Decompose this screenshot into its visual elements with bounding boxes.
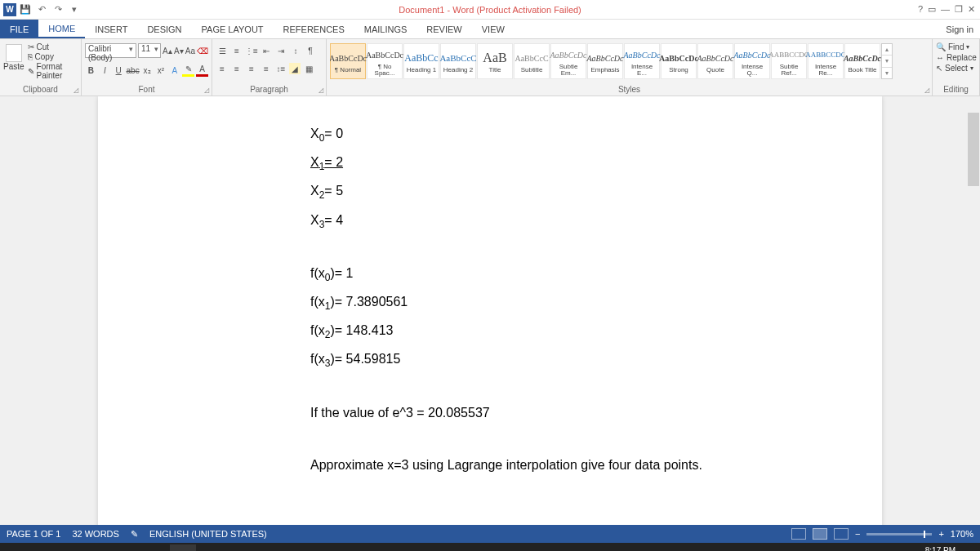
- undo-icon[interactable]: ↶: [34, 2, 49, 17]
- borders-button[interactable]: ▦: [302, 62, 315, 75]
- tab-mailings[interactable]: MAILINGS: [354, 20, 417, 38]
- chrome-icon[interactable]: ●: [59, 544, 85, 551]
- font-name-select[interactable]: Calibri (Body): [85, 43, 136, 58]
- zoom-in-button[interactable]: +: [938, 529, 943, 539]
- print-layout-button[interactable]: [813, 528, 827, 540]
- web-layout-button[interactable]: [834, 528, 849, 540]
- style-subtle-em-[interactable]: AaBbCcDcSubtle Em...: [550, 43, 586, 79]
- italic-button[interactable]: I: [99, 64, 111, 77]
- increase-indent-button[interactable]: ⇥: [274, 44, 287, 57]
- ribbon-display-icon[interactable]: ▭: [928, 4, 936, 15]
- font-color-button[interactable]: A: [196, 64, 208, 77]
- tab-file[interactable]: FILE: [0, 20, 38, 38]
- style-intense-q-[interactable]: AaBbCcDcIntense Q...: [734, 43, 770, 79]
- tab-design[interactable]: DESIGN: [137, 20, 191, 38]
- tab-page-layout[interactable]: PAGE LAYOUT: [192, 20, 274, 38]
- word-taskbar-icon[interactable]: W: [170, 544, 196, 551]
- style-heading-2[interactable]: AaBbCcCHeading 2: [440, 43, 476, 79]
- style-quote[interactable]: AaBbCcDcQuote: [697, 43, 733, 79]
- vertical-scrollbar[interactable]: [967, 96, 980, 525]
- tab-review[interactable]: REVIEW: [416, 20, 471, 38]
- bullets-button[interactable]: ☰: [216, 44, 229, 57]
- scrollbar-thumb[interactable]: [968, 113, 979, 186]
- clock[interactable]: 8:17 PM 11/22/2022: [915, 546, 956, 551]
- qat-customize-icon[interactable]: ▾: [67, 2, 82, 17]
- style-emphasis[interactable]: AaBbCcDcEmphasis: [587, 43, 623, 79]
- page[interactable]: X0= 0X1= 2X2= 5X3= 4f(x0)= 1f(x1)= 7.389…: [98, 96, 882, 525]
- line-spacing-button[interactable]: ↕≡: [274, 62, 287, 75]
- app-icon-2[interactable]: ◉: [114, 544, 140, 551]
- bold-button[interactable]: B: [85, 64, 97, 77]
- zoom-out-button[interactable]: −: [855, 529, 860, 539]
- paste-button[interactable]: Paste: [3, 41, 24, 85]
- style-heading-1[interactable]: AaBbCcHeading 1: [403, 43, 439, 79]
- format-painter-button[interactable]: ✎Format Painter: [28, 62, 78, 80]
- text-effects-button[interactable]: A: [168, 64, 180, 77]
- group-label-font: Font: [82, 85, 212, 94]
- maximize-icon[interactable]: ❐: [955, 4, 963, 15]
- language-indicator[interactable]: ENGLISH (UNITED STATES): [149, 529, 267, 539]
- highlight-button[interactable]: ✎: [182, 64, 194, 77]
- grow-font-button[interactable]: A▴: [163, 44, 172, 57]
- app-icon-1[interactable]: ◉: [87, 544, 113, 551]
- minimize-icon[interactable]: —: [941, 4, 950, 15]
- font-size-select[interactable]: 11: [138, 43, 161, 58]
- styles-gallery[interactable]: AaBbCcDc¶ NormalAaBbCcDc¶ No Spac...AaBb…: [330, 41, 929, 82]
- sort-button[interactable]: ↕: [289, 44, 302, 57]
- select-button[interactable]: ↖Select▾: [936, 64, 976, 73]
- copy-button[interactable]: ⎘Copy: [28, 52, 78, 61]
- zoom-level[interactable]: 170%: [951, 529, 973, 539]
- style-subtle-ref-[interactable]: AABBCCDCSubtle Ref...: [771, 43, 807, 79]
- tab-references[interactable]: REFERENCES: [274, 20, 354, 38]
- style-title[interactable]: AaBTitle: [477, 43, 513, 79]
- align-left-button[interactable]: ≡: [216, 62, 229, 75]
- numbering-button[interactable]: ≡: [230, 44, 243, 57]
- tab-view[interactable]: VIEW: [472, 20, 514, 38]
- help-icon[interactable]: ?: [918, 4, 923, 15]
- sign-in-link[interactable]: Sign in: [939, 20, 980, 38]
- find-button[interactable]: 🔍Find▾: [936, 42, 976, 51]
- style-intense-re-[interactable]: AABBCCDCIntense Re...: [808, 43, 844, 79]
- styles-launcher-icon[interactable]: ◿: [924, 87, 929, 94]
- tab-home[interactable]: HOME: [38, 20, 85, 38]
- style--normal[interactable]: AaBbCcDc¶ Normal: [330, 43, 366, 79]
- tab-insert[interactable]: INSERT: [85, 20, 137, 38]
- strikethrough-button[interactable]: abc: [127, 64, 140, 77]
- start-button[interactable]: ⊞: [3, 544, 29, 551]
- replace-button[interactable]: ↔Replace: [936, 53, 976, 62]
- spell-check-icon[interactable]: ✎: [131, 529, 138, 540]
- clipboard-launcher-icon[interactable]: ◿: [74, 87, 78, 94]
- app-icon-3[interactable]: ◉: [142, 544, 168, 551]
- subscript-button[interactable]: x₂: [141, 64, 154, 77]
- style-subtitle[interactable]: AaBbCcCSubtitle: [514, 43, 550, 79]
- zoom-slider[interactable]: [866, 533, 932, 535]
- style-strong[interactable]: AaBbCcDcStrong: [661, 43, 697, 79]
- superscript-button[interactable]: x²: [155, 64, 167, 77]
- justify-button[interactable]: ≡: [260, 62, 273, 75]
- style-intense-e-[interactable]: AaBbCcDcIntense E...: [624, 43, 660, 79]
- underline-button[interactable]: U: [113, 64, 125, 77]
- page-indicator[interactable]: PAGE 1 OF 1: [7, 529, 60, 539]
- style-book-title[interactable]: AaBbCcDcBook Title: [844, 43, 880, 79]
- align-right-button[interactable]: ≡: [245, 62, 258, 75]
- document-content[interactable]: X0= 0X1= 2X2= 5X3= 4f(x0)= 1f(x1)= 7.389…: [98, 96, 882, 478]
- font-launcher-icon[interactable]: ◿: [204, 87, 209, 94]
- shading-button[interactable]: ◢: [289, 63, 301, 74]
- close-icon[interactable]: ✕: [968, 4, 975, 15]
- save-icon[interactable]: 💾: [18, 2, 33, 17]
- task-view-button[interactable]: ⧉: [31, 544, 57, 551]
- read-mode-button[interactable]: [791, 528, 806, 540]
- redo-icon[interactable]: ↷: [51, 2, 65, 17]
- align-center-button[interactable]: ≡: [230, 62, 243, 75]
- clear-formatting-button[interactable]: ⌫: [197, 44, 208, 57]
- word-count[interactable]: 32 WORDS: [72, 529, 118, 539]
- shrink-font-button[interactable]: A▾: [174, 44, 184, 57]
- styles-gallery-arrows[interactable]: ▴▾▾: [881, 43, 893, 79]
- show-marks-button[interactable]: ¶: [304, 44, 317, 57]
- style--no-spac-[interactable]: AaBbCcDc¶ No Spac...: [367, 43, 403, 79]
- change-case-button[interactable]: Aa: [185, 44, 195, 57]
- cut-button[interactable]: ✂Cut: [28, 42, 78, 51]
- decrease-indent-button[interactable]: ⇤: [260, 44, 273, 57]
- multilevel-button[interactable]: ⋮≡: [245, 44, 258, 57]
- paragraph-launcher-icon[interactable]: ◿: [318, 87, 323, 94]
